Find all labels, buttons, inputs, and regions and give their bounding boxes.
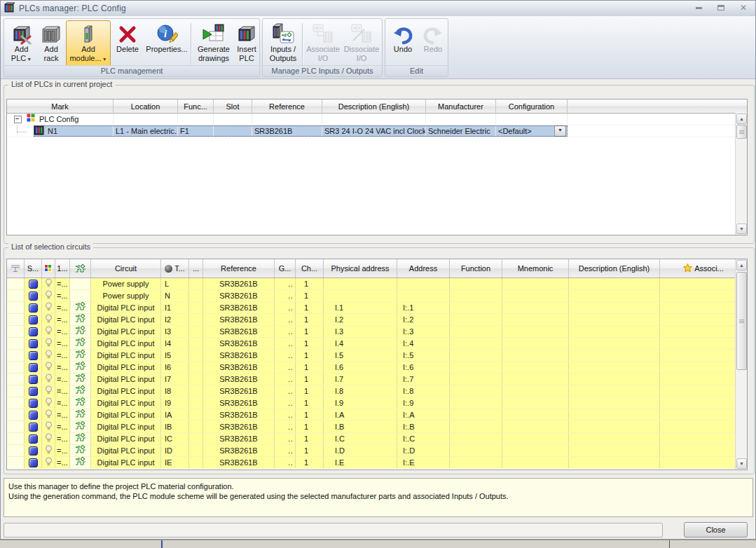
insert-plc-button[interactable]: Insert PLC [233,20,261,67]
circuit-row[interactable]: =... Digital PLC input I3 SR3B261B ‥ 1 I… [7,326,747,338]
selection-state-icon[interactable] [29,339,38,348]
selection-state-icon[interactable] [29,411,38,420]
close-button[interactable]: Close [684,522,748,537]
plc-config-row[interactable]: PLC Config [7,114,747,125]
selection-state-icon[interactable] [29,399,38,408]
selection-state-icon[interactable] [29,446,38,455]
col-mark[interactable]: Mark [7,100,114,113]
selection-state-icon[interactable] [29,303,38,313]
col-g[interactable]: G... [275,259,296,278]
selection-state-icon[interactable] [29,387,38,396]
col-manufacturer[interactable]: Manufacturer [426,100,496,113]
col-mnemonic[interactable]: Mnemonic [502,259,569,278]
add-module-button[interactable]: Add module...▼ [66,20,111,67]
scroll-down-icon[interactable]: ▼ [736,458,747,469]
col-1[interactable]: 1... [55,259,70,278]
undo-button[interactable]: Undo [387,20,418,67]
col-t[interactable]: T... [161,259,189,278]
selection-state-icon[interactable] [29,458,38,467]
g-cell: ‥ [275,409,296,420]
circuit-row[interactable]: =... Digital PLC input I4 SR3B261B ‥ 1 I… [7,338,747,350]
associated-cell [660,433,747,444]
circuit-row[interactable]: =... Digital PLC input I1 SR3B261B ‥ 1 I… [7,302,747,314]
tree-expander-icon[interactable] [14,116,22,123]
plc-input-symbol-icon [75,409,86,420]
col-s[interactable]: S... [25,259,42,278]
associated-cell [660,457,747,468]
circuit-table-header[interactable]: S... 1... Circuit T... ... Reference G..… [7,259,747,278]
address-cell [397,278,450,289]
selection-state-icon[interactable] [29,423,38,432]
associated-cell [660,445,747,456]
scroll-up-icon[interactable]: ▲ [736,114,747,124]
selection-state-icon[interactable] [29,292,38,301]
scrollbar-thumb[interactable] [736,125,747,139]
physical-address-cell: I.7 [324,374,397,385]
selection-state-icon[interactable] [29,315,38,324]
circuit-row[interactable]: =... Digital PLC input I8 SR3B261B ‥ 1 I… [7,385,747,397]
configuration-dropdown-button[interactable]: ▼ [554,125,566,137]
col-physical-address[interactable]: Physical address [324,259,397,278]
add-rack-button[interactable]: Add rack [36,20,66,67]
circuit-row[interactable]: =... Digital PLC input IC SR3B261B ‥ 1 I… [7,433,747,445]
col-location[interactable]: Location [114,100,178,113]
add-plc-button[interactable]: Add PLC▼ [6,20,36,67]
g-cell: ‥ [275,278,296,289]
col-location-icon[interactable] [42,259,55,278]
address-cell: I:.2 [397,314,450,325]
plc-module-icon [34,125,44,137]
selection-state-icon[interactable] [29,327,38,336]
circuit-row[interactable]: =... Digital PLC input ID SR3B261B ‥ 1 I… [7,445,747,457]
selection-state-icon[interactable] [29,363,38,372]
inputs-outputs-button[interactable]: Inputs / Outputs [265,20,301,67]
plc-table-scrollbar[interactable]: ▲ ▼ [735,113,747,235]
col-frame-icon[interactable] [7,259,25,278]
address-cell: I:.3 [397,326,450,337]
circuit-row[interactable]: =... Power supply N SR3B261B ‥ 1 [7,290,747,302]
circuit-table-scrollbar[interactable]: ▲ ▼ [735,259,747,470]
col-ch[interactable]: Ch... [296,259,324,278]
col-reference[interactable]: Reference [252,100,322,113]
circuit-row[interactable]: =... Digital PLC input I9 SR3B261B ‥ 1 I… [7,397,747,409]
scrollbar-thumb[interactable] [736,272,747,370]
col-description[interactable]: Description (English) [569,259,660,278]
plc-list-title: List of PLCs in current project [8,80,115,88]
col-dots[interactable]: ... [189,259,203,278]
function-cell [450,433,502,444]
circuit-row[interactable]: =... Digital PLC input IE SR3B261B ‥ 1 I… [7,457,747,469]
properties-button[interactable]: i Properties... [144,20,190,67]
selection-state-icon[interactable] [29,280,38,289]
circuit-row[interactable]: =... Digital PLC input I2 SR3B261B ‥ 1 I… [7,314,747,326]
minimize-button[interactable] [692,3,705,13]
circuit-row[interactable]: =... Digital PLC input I5 SR3B261B ‥ 1 I… [7,350,747,362]
circuit-row[interactable]: =... Digital PLC input IB SR3B261B ‥ 1 I… [7,421,747,433]
selection-state-icon[interactable] [29,375,38,384]
col-reference[interactable]: Reference [203,259,275,278]
col-symbol-icon[interactable] [70,259,91,278]
col-circuit[interactable]: Circuit [91,259,161,278]
plc-table-header[interactable]: Mark Location Func... Slot Reference Des… [7,100,747,114]
selection-state-icon[interactable] [29,351,38,360]
col-description[interactable]: Description (English) [322,100,426,113]
col-configuration[interactable]: Configuration [496,100,568,113]
scroll-up-icon[interactable]: ▲ [736,260,747,270]
circuit-row[interactable]: =... Digital PLC input I7 SR3B261B ‥ 1 I… [7,374,747,385]
col-function[interactable]: Function [450,259,502,278]
generate-drawings-button[interactable]: Generate drawings [193,20,234,67]
delete-button[interactable]: Delete [111,20,144,67]
col-slot[interactable]: Slot [214,100,252,113]
col-associated[interactable]: Associ... [660,259,747,278]
plc-row-n1[interactable]: N1 L1 - Main electric... F1 SR3B261B SR3… [7,125,747,137]
maximize-button[interactable] [715,3,727,13]
title-bar[interactable]: PLCs manager: PLC Config ✕ [1,1,755,17]
equals-cell: =... [55,350,70,361]
col-function[interactable]: Func... [178,100,214,113]
undo-icon [388,21,418,45]
circuit-row[interactable]: =... Power supply L SR3B261B ‥ 1 [7,278,747,290]
circuit-row[interactable]: =... Digital PLC input I6 SR3B261B ‥ 1 I… [7,362,747,374]
circuit-row[interactable]: =... Digital PLC input IA SR3B261B ‥ 1 I… [7,409,747,421]
scroll-down-icon[interactable]: ▼ [736,224,747,234]
col-address[interactable]: Address [397,259,450,278]
selection-state-icon[interactable] [29,434,38,444]
close-window-button[interactable]: ✕ [737,3,750,13]
